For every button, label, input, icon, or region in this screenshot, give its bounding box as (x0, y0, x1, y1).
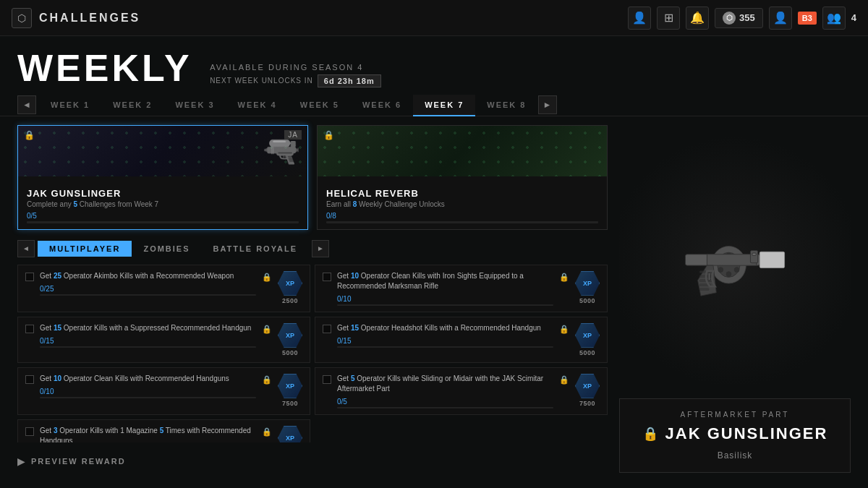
challenge-item-6: Get 5 Operator Kills while Sliding or Mi… (315, 367, 608, 415)
prog-bar-3 (40, 346, 256, 348)
card-lock-1: 🔒 (24, 130, 35, 140)
aftermarket-name-text: JAK GUNSLINGER (665, 424, 828, 443)
prog-text-1: 0/25 (40, 285, 256, 293)
season-label: AVAILABLE DURING SEASON 4 (210, 63, 381, 72)
reward-card-bg-2: 🔒 (318, 126, 607, 176)
challenge-lock-7: 🔒 (262, 427, 272, 437)
highlight-4: 15 (351, 324, 359, 332)
prog-text-4: 0/15 (337, 337, 553, 345)
challenge-item-1: Get 25 Operator Akimbo Kills with a Reco… (17, 265, 310, 312)
reward-card-desc-1: Complete any 5 Challenges from Week 7 (27, 200, 299, 208)
preview-icon: ▶ (17, 455, 25, 467)
challenge-prog-1: 0/25 (40, 285, 256, 296)
reward-card-desc-2: Earn all 8 Weekly Challenge Unlocks (326, 200, 598, 208)
week-tab-prev[interactable]: ◄ (17, 95, 36, 114)
challenge-checkbox-3[interactable] (25, 325, 34, 333)
header-section: WEEKLY AVAILABLE DURING SEASON 4 NEXT WE… (0, 36, 868, 95)
challenge-checkbox-2[interactable] (323, 273, 331, 281)
challenge-lock-6: 🔒 (559, 375, 569, 385)
reward-card-jak-gunslinger[interactable]: 🔫 JA 🔒 JAK GUNSLINGER Complete any 5 Cha… (17, 125, 308, 230)
svg-point-6 (726, 271, 731, 276)
tab-zombies[interactable]: ZOMBIES (132, 241, 201, 257)
category-tab-prev[interactable]: ◄ (17, 240, 35, 257)
aftermarket-name: 🔒 JAK GUNSLINGER (631, 424, 838, 443)
challenge-prog-5: 0/10 (40, 388, 256, 398)
progress-text-2: 0/8 (326, 212, 598, 220)
prog-bar-4 (337, 346, 553, 348)
challenge-checkbox-1[interactable] (25, 273, 34, 281)
prog-bar-1 (40, 294, 256, 296)
profile-icon[interactable]: 👤 (628, 7, 651, 30)
left-panel: 🔫 JA 🔒 JAK GUNSLINGER Complete any 5 Cha… (17, 125, 608, 473)
challenge-reward-4: XP 5000 (575, 323, 600, 356)
week-tab-3[interactable]: WEEK 3 (163, 95, 226, 116)
tab-battle-royale[interactable]: BATTLE ROYALE (202, 241, 309, 257)
prog-text-3: 0/15 (40, 337, 256, 345)
challenge-content-4: Get 15 Operator Headshot Kills with a Re… (337, 323, 553, 348)
reward-progress-1: 0/5 (27, 212, 299, 223)
week-tab-5[interactable]: WEEK 5 (289, 95, 351, 116)
week-tab-2[interactable]: WEEK 2 (101, 95, 163, 116)
desc-highlight-2: 8 (353, 200, 357, 208)
challenge-item-3: Get 15 Operator Kills with a Suppressed … (17, 317, 310, 363)
prog-text-5: 0/10 (40, 388, 256, 395)
highlight-2: 10 (351, 272, 359, 280)
challenge-lock-5: 🔒 (262, 375, 272, 385)
highlight-3: 15 (54, 324, 61, 332)
challenge-checkbox-4[interactable] (323, 325, 331, 333)
week-tab-8[interactable]: WEEK 8 (475, 95, 537, 116)
challenge-item-5: Get 10 Operator Clean Kills with Recomme… (17, 367, 310, 415)
progress-bar-1 (27, 221, 299, 223)
challenge-item-4: Get 15 Operator Headshot Kills with a Re… (315, 317, 608, 363)
top-bar: ⬡ CHALLENGES 👤 ⊞ 🔔 ⬡ 355 👤 B3 👥 4 (0, 0, 868, 36)
player-count: 4 (851, 12, 856, 23)
challenge-reward-7: XP 10000 (278, 426, 302, 442)
challenge-checkbox-7[interactable] (25, 427, 34, 436)
week-tab-next[interactable]: ► (538, 95, 557, 114)
xp-badge-2: XP (575, 271, 600, 296)
tab-multiplayer[interactable]: MULTIPLAYER (38, 241, 132, 257)
challenge-desc-1: Get 25 Operator Akimbo Kills with a Reco… (40, 271, 256, 281)
week-tab-4[interactable]: WEEK 4 (226, 95, 289, 116)
currency-icon: ⬡ (723, 12, 736, 25)
reward-card-inner-2: HELICAL REVERB Earn all 8 Weekly Challen… (318, 176, 607, 229)
back-button[interactable]: ⬡ (12, 8, 32, 28)
svg-rect-13 (699, 288, 709, 291)
reward-card-helical-reverb[interactable]: 🔒 HELICAL REVERB Earn all 8 Weekly Chall… (317, 125, 608, 230)
challenge-reward-2: XP 5000 (575, 271, 600, 304)
prog-text-2: 0/10 (337, 295, 553, 303)
svg-rect-16 (760, 252, 784, 267)
challenge-lock-3: 🔒 (262, 325, 272, 334)
prog-text-6: 0/5 (337, 398, 553, 406)
category-tab-next[interactable]: ► (312, 240, 329, 257)
challenge-desc-6: Get 5 Operator Kills while Sliding or Mi… (337, 374, 553, 394)
back-icon: ⬡ (17, 12, 26, 24)
week-tab-6[interactable]: WEEK 6 (351, 95, 413, 116)
challenge-checkbox-6[interactable] (323, 375, 331, 384)
challenge-checkbox-5[interactable] (25, 375, 34, 384)
highlight-1: 25 (54, 272, 61, 280)
svg-rect-14 (708, 273, 710, 280)
aftermarket-label: AFTERMARKET PART (631, 411, 838, 419)
challenge-desc-5: Get 10 Operator Clean Kills with Recomme… (40, 374, 256, 384)
xp-value-3: 5000 (282, 349, 298, 356)
gun-display (619, 125, 851, 398)
xp-badge-4: XP (575, 323, 600, 348)
challenge-content-6: Get 5 Operator Kills while Sliding or Mi… (337, 374, 553, 408)
challenge-lock-1: 🔒 (262, 273, 272, 282)
aftermarket-weapon: Basilisk (631, 450, 838, 461)
challenge-content-1: Get 25 Operator Akimbo Kills with a Reco… (40, 271, 256, 296)
xp-value-2: 5000 (579, 297, 595, 304)
gun-svg (648, 197, 822, 327)
grid-icon[interactable]: ⊞ (657, 7, 680, 30)
bell-icon[interactable]: 🔔 (686, 7, 709, 30)
prog-bar-5 (40, 397, 256, 398)
week-tab-7[interactable]: WEEK 7 (413, 95, 475, 116)
right-panel: AFTERMARKET PART 🔒 JAK GUNSLINGER Basili… (619, 125, 851, 473)
players-icon[interactable]: 👥 (822, 7, 846, 30)
store-icon[interactable]: 👤 (769, 7, 792, 30)
week-tab-1[interactable]: WEEK 1 (39, 95, 101, 116)
preview-reward[interactable]: ▶ PREVIEW REWARD (17, 450, 608, 473)
unlock-timer: NEXT WEEK UNLOCKS IN 6d 23h 18m (210, 74, 381, 87)
page-title: CHALLENGES (39, 12, 140, 25)
